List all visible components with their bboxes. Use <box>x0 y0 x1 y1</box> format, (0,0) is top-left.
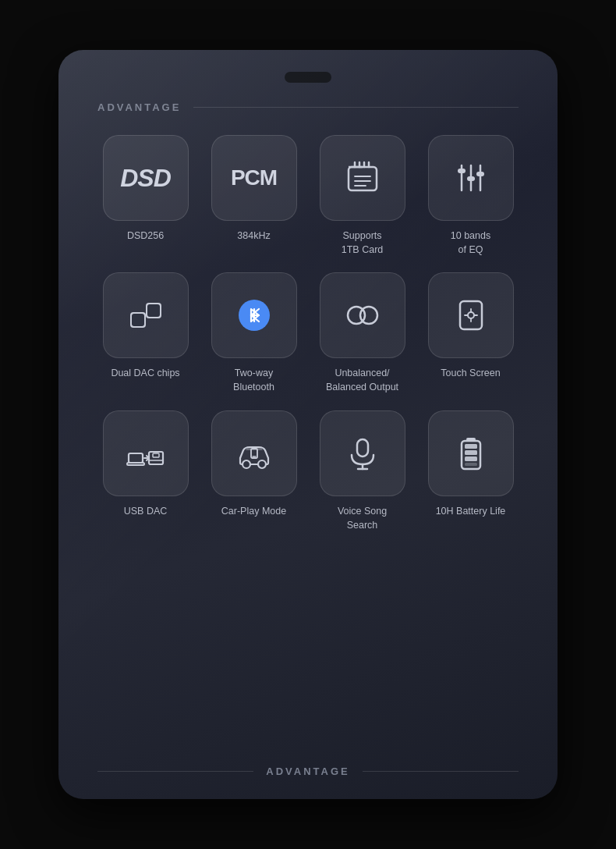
touchscreen-icon <box>449 293 493 337</box>
svg-rect-45 <box>465 456 477 461</box>
feature-voicesearch: Voice SongSearch <box>314 410 410 532</box>
icon-box-usbdac <box>103 410 189 496</box>
header-line <box>193 107 519 108</box>
eq-icon <box>449 156 493 200</box>
svg-rect-12 <box>458 169 466 173</box>
svg-rect-42 <box>466 438 476 441</box>
feature-label-balanced: Unbalanced/Balanced Output <box>326 366 398 394</box>
feature-eq: 10 bandsof EQ <box>423 135 519 257</box>
svg-rect-44 <box>465 450 477 455</box>
dsd-icon: DSD <box>120 164 171 193</box>
header-label: ADVANTAGE <box>97 101 181 113</box>
footer-line-right <box>363 771 519 772</box>
svg-rect-46 <box>465 463 477 466</box>
svg-point-21 <box>360 307 377 324</box>
battery-icon <box>449 432 493 475</box>
feature-battery: 10H Battery Life <box>423 410 519 532</box>
svg-rect-29 <box>127 463 144 465</box>
icon-box-voicesearch <box>320 410 405 496</box>
svg-rect-18 <box>147 304 160 317</box>
footer-section: ADVANTAGE <box>97 766 519 777</box>
voice-icon <box>341 432 384 475</box>
icon-box-eq <box>428 135 514 221</box>
feature-label-battery: 10H Battery Life <box>436 504 506 518</box>
header-section: ADVANTAGE <box>97 101 519 113</box>
svg-rect-43 <box>465 444 477 449</box>
svg-point-35 <box>258 460 266 468</box>
svg-rect-22 <box>460 301 482 329</box>
feature-label-pcm: 384kHz <box>237 229 270 243</box>
svg-rect-16 <box>132 314 144 326</box>
sdcard-icon <box>341 156 384 200</box>
icon-box-carplay <box>211 410 297 496</box>
feature-label-dualchips: Dual DAC chips <box>111 366 179 380</box>
carplay-icon <box>232 432 276 475</box>
icon-box-dualchips <box>103 272 189 358</box>
features-grid: DSD DSD256 PCM 384kHz <box>97 135 519 532</box>
svg-rect-13 <box>467 176 475 181</box>
feature-usbdac: USB DAC <box>97 410 193 532</box>
footer-label: ADVANTAGE <box>266 766 349 777</box>
svg-rect-28 <box>129 453 143 463</box>
feature-balanced: Unbalanced/Balanced Output <box>314 272 410 394</box>
icon-box-dsd: DSD <box>103 135 189 221</box>
feature-label-carplay: Car-Play Mode <box>221 504 286 518</box>
feature-bluetooth: Two-wayBluetooth <box>206 272 302 394</box>
feature-dualchips: Dual DAC chips <box>97 272 193 394</box>
feature-dsd256: DSD DSD256 <box>97 135 193 257</box>
icon-box-touchscreen <box>428 272 514 358</box>
feature-label-sdcard: Supports1TB Card <box>342 229 384 257</box>
footer-line-left <box>97 771 253 772</box>
feature-sdcard: Supports1TB Card <box>314 135 410 257</box>
feature-label-eq: 10 bandsof EQ <box>451 229 490 257</box>
svg-rect-14 <box>476 172 484 176</box>
svg-point-34 <box>243 460 250 468</box>
icon-box-battery <box>428 410 514 496</box>
feature-label-touchscreen: Touch Screen <box>441 366 500 380</box>
icon-box-pcm: PCM <box>211 135 297 221</box>
dualchips-icon <box>124 293 168 337</box>
svg-rect-0 <box>349 167 377 190</box>
icon-box-sdcard <box>320 135 405 221</box>
icon-box-bluetooth <box>211 272 297 358</box>
svg-rect-33 <box>153 453 159 457</box>
card-notch <box>285 72 331 83</box>
feature-touchscreen: Touch Screen <box>423 272 519 394</box>
balanced-icon <box>341 293 384 337</box>
svg-point-23 <box>468 312 474 318</box>
pcm-icon: PCM <box>231 165 277 190</box>
feature-label-bluetooth: Two-wayBluetooth <box>233 366 274 394</box>
feature-label-usbdac: USB DAC <box>124 504 168 518</box>
usbdac-icon <box>124 432 168 475</box>
bluetooth-icon <box>232 293 276 337</box>
feature-label-dsd: DSD256 <box>127 229 164 243</box>
svg-rect-38 <box>357 439 368 456</box>
icon-box-balanced <box>320 272 405 358</box>
advantage-card: ADVANTAGE DSD DSD256 PCM 384kHz <box>58 50 558 799</box>
feature-label-voicesearch: Voice SongSearch <box>338 504 387 532</box>
feature-carplay: Car-Play Mode <box>206 410 302 532</box>
feature-pcm: PCM 384kHz <box>206 135 302 257</box>
